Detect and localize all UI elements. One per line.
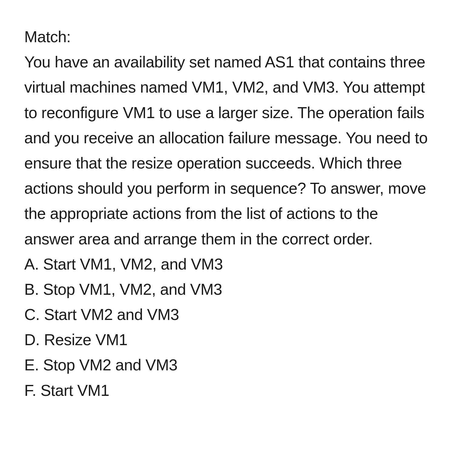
option-c: C. Start VM2 and VM3 — [24, 302, 431, 327]
option-e: E. Stop VM2 and VM3 — [24, 352, 431, 378]
question-content: Match: You have an availability set name… — [24, 24, 431, 403]
question-body: You have an availability set named AS1 t… — [24, 49, 431, 252]
option-f: F. Start VM1 — [24, 378, 431, 403]
option-d: D. Resize VM1 — [24, 327, 431, 352]
question-heading: Match: — [24, 24, 431, 49]
option-a: A. Start VM1, VM2, and VM3 — [24, 252, 431, 277]
option-b: B. Stop VM1, VM2, and VM3 — [24, 277, 431, 302]
